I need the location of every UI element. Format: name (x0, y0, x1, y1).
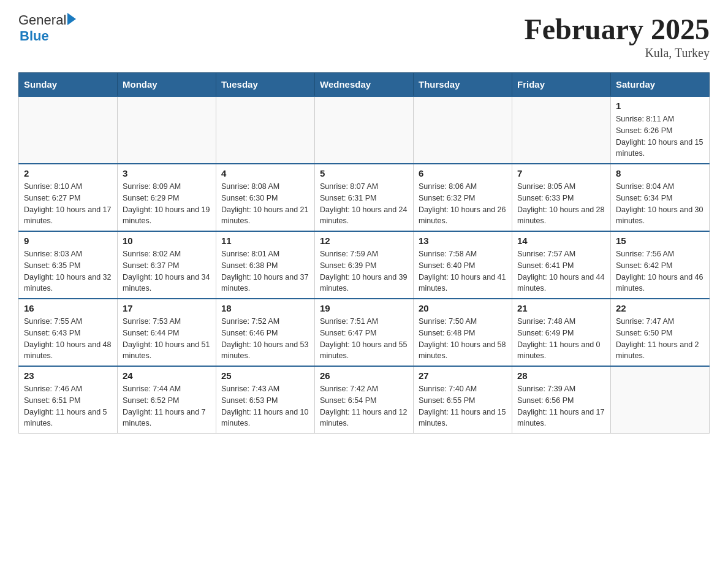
day-info: Sunrise: 7:50 AM Sunset: 6:48 PM Dayligh… (419, 316, 507, 362)
day-info: Sunrise: 8:11 AM Sunset: 6:26 PM Dayligh… (616, 113, 704, 159)
day-number: 8 (616, 168, 704, 178)
day-number: 9 (24, 236, 112, 246)
calendar-cell: 22Sunrise: 7:47 AM Sunset: 6:50 PM Dayli… (611, 299, 710, 366)
calendar-header-row: SundayMondayTuesdayWednesdayThursdayFrid… (19, 73, 710, 97)
day-number: 22 (616, 303, 704, 313)
calendar-cell: 12Sunrise: 7:59 AM Sunset: 6:39 PM Dayli… (315, 231, 414, 299)
day-info: Sunrise: 8:01 AM Sunset: 6:38 PM Dayligh… (221, 248, 309, 294)
day-info: Sunrise: 7:55 AM Sunset: 6:43 PM Dayligh… (24, 316, 112, 362)
title-block: February 2025 Kula, Turkey (524, 12, 710, 60)
day-number: 20 (419, 303, 507, 313)
calendar-cell: 2Sunrise: 8:10 AM Sunset: 6:27 PM Daylig… (19, 164, 118, 231)
day-number: 16 (24, 303, 112, 313)
day-number: 2 (24, 168, 112, 178)
calendar-cell: 24Sunrise: 7:44 AM Sunset: 6:52 PM Dayli… (118, 366, 216, 434)
calendar-cell: 15Sunrise: 7:56 AM Sunset: 6:42 PM Dayli… (611, 231, 710, 299)
calendar-cell (216, 96, 315, 164)
day-info: Sunrise: 8:04 AM Sunset: 6:34 PM Dayligh… (616, 181, 704, 227)
day-info: Sunrise: 8:07 AM Sunset: 6:31 PM Dayligh… (320, 181, 408, 227)
calendar-table: SundayMondayTuesdayWednesdayThursdayFrid… (18, 72, 710, 434)
calendar-cell: 18Sunrise: 7:52 AM Sunset: 6:46 PM Dayli… (216, 299, 315, 366)
calendar-week-row: 2Sunrise: 8:10 AM Sunset: 6:27 PM Daylig… (19, 164, 710, 231)
day-info: Sunrise: 7:44 AM Sunset: 6:52 PM Dayligh… (123, 383, 211, 429)
day-number: 14 (517, 236, 605, 246)
day-number: 11 (221, 236, 309, 246)
calendar-cell: 27Sunrise: 7:40 AM Sunset: 6:55 PM Dayli… (414, 366, 512, 434)
day-number: 28 (517, 370, 605, 381)
day-number: 12 (320, 236, 408, 246)
calendar-cell: 11Sunrise: 8:01 AM Sunset: 6:38 PM Dayli… (216, 231, 315, 299)
day-number: 15 (616, 236, 704, 246)
day-info: Sunrise: 7:46 AM Sunset: 6:51 PM Dayligh… (24, 383, 112, 429)
calendar-week-row: 9Sunrise: 8:03 AM Sunset: 6:35 PM Daylig… (19, 231, 710, 299)
day-number: 17 (123, 303, 211, 313)
calendar-week-row: 1Sunrise: 8:11 AM Sunset: 6:26 PM Daylig… (19, 96, 710, 164)
calendar-cell: 7Sunrise: 8:05 AM Sunset: 6:33 PM Daylig… (512, 164, 611, 231)
calendar-title: February 2025 (524, 12, 710, 46)
calendar-week-row: 16Sunrise: 7:55 AM Sunset: 6:43 PM Dayli… (19, 299, 710, 366)
weekday-header: Monday (118, 73, 216, 97)
calendar-cell: 3Sunrise: 8:09 AM Sunset: 6:29 PM Daylig… (118, 164, 216, 231)
calendar-cell: 13Sunrise: 7:58 AM Sunset: 6:40 PM Dayli… (414, 231, 512, 299)
day-info: Sunrise: 8:08 AM Sunset: 6:30 PM Dayligh… (221, 181, 309, 227)
calendar-cell (118, 96, 216, 164)
calendar-cell (19, 96, 118, 164)
day-number: 18 (221, 303, 309, 313)
calendar-cell: 6Sunrise: 8:06 AM Sunset: 6:32 PM Daylig… (414, 164, 512, 231)
day-number: 19 (320, 303, 408, 313)
day-info: Sunrise: 7:47 AM Sunset: 6:50 PM Dayligh… (616, 316, 704, 362)
day-info: Sunrise: 7:39 AM Sunset: 6:56 PM Dayligh… (517, 383, 605, 429)
logo-arrow-icon (67, 13, 76, 25)
calendar-cell: 28Sunrise: 7:39 AM Sunset: 6:56 PM Dayli… (512, 366, 611, 434)
day-info: Sunrise: 8:06 AM Sunset: 6:32 PM Dayligh… (419, 181, 507, 227)
weekday-header: Sunday (19, 73, 118, 97)
calendar-cell: 14Sunrise: 7:57 AM Sunset: 6:41 PM Dayli… (512, 231, 611, 299)
day-info: Sunrise: 7:51 AM Sunset: 6:47 PM Dayligh… (320, 316, 408, 362)
calendar-week-row: 23Sunrise: 7:46 AM Sunset: 6:51 PM Dayli… (19, 366, 710, 434)
calendar-cell (512, 96, 611, 164)
calendar-subtitle: Kula, Turkey (524, 46, 710, 60)
weekday-header: Tuesday (216, 73, 315, 97)
day-info: Sunrise: 8:03 AM Sunset: 6:35 PM Dayligh… (24, 248, 112, 294)
weekday-header: Friday (512, 73, 611, 97)
day-number: 5 (320, 168, 408, 178)
day-number: 6 (419, 168, 507, 178)
day-info: Sunrise: 7:59 AM Sunset: 6:39 PM Dayligh… (320, 248, 408, 294)
calendar-cell: 5Sunrise: 8:07 AM Sunset: 6:31 PM Daylig… (315, 164, 414, 231)
day-info: Sunrise: 7:52 AM Sunset: 6:46 PM Dayligh… (221, 316, 309, 362)
logo: General Blue (18, 12, 76, 44)
calendar-cell: 4Sunrise: 8:08 AM Sunset: 6:30 PM Daylig… (216, 164, 315, 231)
calendar-cell: 8Sunrise: 8:04 AM Sunset: 6:34 PM Daylig… (611, 164, 710, 231)
day-info: Sunrise: 8:10 AM Sunset: 6:27 PM Dayligh… (24, 181, 112, 227)
day-number: 7 (517, 168, 605, 178)
day-info: Sunrise: 7:48 AM Sunset: 6:49 PM Dayligh… (517, 316, 605, 362)
weekday-header: Thursday (414, 73, 512, 97)
day-number: 21 (517, 303, 605, 313)
day-number: 3 (123, 168, 211, 178)
calendar-cell: 21Sunrise: 7:48 AM Sunset: 6:49 PM Dayli… (512, 299, 611, 366)
day-number: 13 (419, 236, 507, 246)
day-number: 26 (320, 370, 408, 381)
day-number: 1 (616, 101, 704, 111)
calendar-cell (315, 96, 414, 164)
calendar-cell (611, 366, 710, 434)
weekday-header: Saturday (611, 73, 710, 97)
day-info: Sunrise: 8:02 AM Sunset: 6:37 PM Dayligh… (123, 248, 211, 294)
day-number: 10 (123, 236, 211, 246)
day-info: Sunrise: 7:57 AM Sunset: 6:41 PM Dayligh… (517, 248, 605, 294)
calendar-cell: 1Sunrise: 8:11 AM Sunset: 6:26 PM Daylig… (611, 96, 710, 164)
calendar-cell (414, 96, 512, 164)
calendar-cell: 23Sunrise: 7:46 AM Sunset: 6:51 PM Dayli… (19, 366, 118, 434)
day-info: Sunrise: 8:05 AM Sunset: 6:33 PM Dayligh… (517, 181, 605, 227)
calendar-cell: 20Sunrise: 7:50 AM Sunset: 6:48 PM Dayli… (414, 299, 512, 366)
calendar-cell: 16Sunrise: 7:55 AM Sunset: 6:43 PM Dayli… (19, 299, 118, 366)
logo-blue-text: Blue (20, 28, 49, 44)
logo-general-text: General (18, 12, 66, 28)
calendar-cell: 17Sunrise: 7:53 AM Sunset: 6:44 PM Dayli… (118, 299, 216, 366)
day-number: 25 (221, 370, 309, 381)
day-number: 23 (24, 370, 112, 381)
day-info: Sunrise: 8:09 AM Sunset: 6:29 PM Dayligh… (123, 181, 211, 227)
weekday-header: Wednesday (315, 73, 414, 97)
calendar-cell: 19Sunrise: 7:51 AM Sunset: 6:47 PM Dayli… (315, 299, 414, 366)
day-number: 27 (419, 370, 507, 381)
